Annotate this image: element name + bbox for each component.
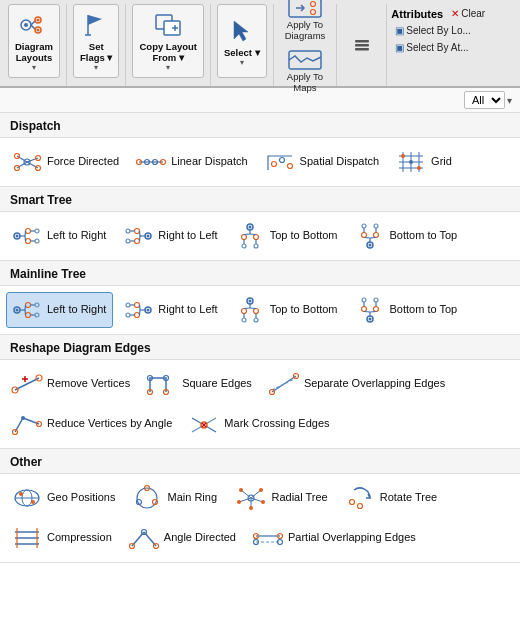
svg-point-162 — [19, 492, 23, 496]
svg-point-104 — [35, 313, 39, 317]
smart-ttb-icon — [234, 222, 266, 250]
svg-rect-23 — [355, 48, 369, 51]
svg-point-81 — [242, 244, 246, 248]
set-flags-button[interactable]: SetFlags ▾ ▾ — [73, 4, 119, 78]
svg-point-109 — [135, 313, 140, 318]
svg-line-138 — [15, 378, 39, 390]
svg-point-82 — [254, 244, 258, 248]
layout-item-spatial-dispatch[interactable]: Spatial Dispatch — [259, 144, 387, 180]
svg-point-93 — [374, 224, 378, 228]
select-icon — [226, 17, 258, 45]
svg-line-122 — [250, 308, 256, 309]
layout-item-main-btt[interactable]: Bottom to Top — [349, 292, 465, 328]
geo-positions-icon — [11, 484, 43, 512]
svg-line-78 — [250, 234, 256, 235]
svg-point-19 — [310, 10, 315, 15]
layout-item-mark-crossing[interactable]: Mark Crossing Edges — [183, 406, 336, 442]
smart-rtl-label: Right to Left — [158, 229, 217, 242]
partial-overlap-label: Partial Overlapping Edges — [288, 531, 416, 544]
svg-point-126 — [254, 318, 258, 322]
layout-item-smart-btt[interactable]: Bottom to Top — [349, 218, 465, 254]
section-items-0: Force Directed Linear Dispatch Spatial D… — [0, 138, 520, 187]
svg-point-40 — [287, 164, 292, 169]
layout-item-geo-positions[interactable]: Geo Positions — [6, 480, 122, 516]
svg-point-108 — [135, 303, 140, 308]
layout-item-main-rtl[interactable]: Right to Left — [117, 292, 224, 328]
filter-select[interactable]: All — [464, 91, 505, 109]
smart-btt-icon — [354, 222, 386, 250]
layout-item-remove-vertices[interactable]: Remove Vertices — [6, 366, 137, 402]
svg-point-163 — [31, 500, 35, 504]
layout-item-smart-ltr[interactable]: Left to Right — [6, 218, 113, 254]
options-icon[interactable] — [353, 36, 371, 54]
svg-point-65 — [135, 239, 140, 244]
smart-ltr-label: Left to Right — [47, 229, 106, 242]
copy-layout-group: Copy LayoutFrom ▾ ▾ — [126, 4, 211, 86]
filter-arrow: ▾ — [507, 95, 512, 106]
select-by-at-button[interactable]: ▣ Select By At... — [391, 40, 472, 55]
layout-item-rotate-tree[interactable]: Rotate Tree — [339, 480, 444, 516]
layout-item-grid[interactable]: Grid — [390, 144, 490, 180]
main-ring-label: Main Ring — [167, 491, 217, 504]
select-by-loc-button[interactable]: ▣ Select By Lo... — [391, 23, 474, 38]
apply-to-maps-button[interactable]: Apply ToMaps — [282, 46, 328, 96]
layout-item-square-edges[interactable]: Square Edges — [141, 366, 259, 402]
grid-icon — [395, 148, 427, 176]
attributes-label: Attributes — [391, 8, 443, 20]
svg-point-86 — [361, 233, 366, 238]
layout-item-partial-overlap[interactable]: Partial Overlapping Edges — [247, 520, 423, 556]
layout-item-radial-tree[interactable]: Radial Tree — [230, 480, 334, 516]
set-flags-group: SetFlags ▾ ▾ — [67, 4, 126, 86]
remove-vertices-icon — [11, 370, 43, 398]
compression-icon — [11, 524, 43, 552]
svg-line-99 — [25, 305, 26, 310]
smart-ltr-icon — [11, 222, 43, 250]
svg-line-67 — [140, 236, 141, 241]
radial-tree-icon — [235, 484, 267, 512]
svg-line-100 — [25, 310, 26, 315]
svg-point-59 — [35, 229, 39, 233]
svg-line-132 — [364, 312, 370, 313]
section-header-0: Dispatch — [0, 113, 520, 138]
svg-marker-9 — [88, 15, 102, 25]
svg-marker-15 — [234, 21, 248, 41]
section-header-1: Smart Tree — [0, 187, 520, 212]
layout-item-separate-overlapping[interactable]: Separate Overlapping Edges — [263, 366, 452, 402]
svg-line-66 — [140, 231, 141, 236]
layout-item-angle-directed[interactable]: Angle Directed — [123, 520, 243, 556]
svg-point-125 — [242, 318, 246, 322]
diagram-layouts-button[interactable]: DiagramLayouts ▾ — [8, 4, 60, 78]
svg-line-147 — [272, 376, 296, 392]
section-items-3: Remove Vertices Square Edges Separate Ov… — [0, 360, 520, 449]
layout-item-compression[interactable]: Compression — [6, 520, 119, 556]
svg-point-114 — [126, 303, 130, 307]
svg-point-39 — [279, 158, 284, 163]
svg-line-133 — [370, 312, 376, 313]
layout-item-reduce-vertices[interactable]: Reduce Vertices by Angle — [6, 406, 179, 442]
svg-point-177 — [261, 500, 265, 504]
svg-line-121 — [244, 308, 250, 309]
remove-vertices-label: Remove Vertices — [47, 377, 130, 390]
smart-btt-label: Bottom to Top — [390, 229, 458, 242]
clear-button[interactable]: ✕ Clear — [447, 6, 489, 21]
layout-item-main-ttb[interactable]: Top to Bottom — [229, 292, 345, 328]
section-items-4: Geo Positions Main Ring Radial Tree Rota… — [0, 474, 520, 563]
attributes-group: Attributes ✕ Clear ▣ Select By Lo... ▣ S… — [387, 4, 518, 86]
layout-item-force-directed[interactable]: Force Directed — [6, 144, 126, 180]
layout-item-smart-rtl[interactable]: Right to Left — [117, 218, 224, 254]
apply-to-diagrams-button[interactable]: Apply ToDiagrams — [280, 0, 331, 44]
svg-line-56 — [25, 236, 26, 241]
layout-item-main-ring[interactable]: Main Ring — [126, 480, 226, 516]
svg-point-128 — [368, 318, 371, 321]
toolbar: DiagramLayouts ▾ SetFlags ▾ ▾ Copy Layou… — [0, 0, 520, 88]
layout-item-linear-dispatch[interactable]: Linear Dispatch — [130, 144, 254, 180]
sections-container: Dispatch Force Directed Linear Dispatch … — [0, 113, 520, 563]
select-button[interactable]: Select ▾ ▾ — [217, 4, 267, 78]
layout-item-smart-ttb[interactable]: Top to Bottom — [229, 218, 345, 254]
copy-layout-button[interactable]: Copy LayoutFrom ▾ ▾ — [132, 4, 204, 78]
svg-rect-22 — [355, 44, 369, 47]
svg-line-111 — [140, 310, 141, 315]
diagram-layouts-icon — [18, 11, 50, 39]
layout-item-main-ltr[interactable]: Left to Right — [6, 292, 113, 328]
svg-point-48 — [409, 160, 413, 164]
